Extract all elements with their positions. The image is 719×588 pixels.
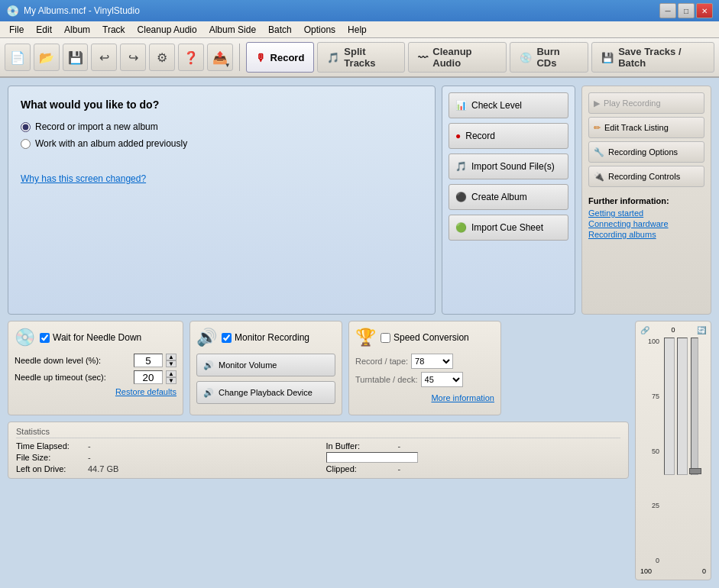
monitor-volume-icon: 🔊	[203, 360, 214, 370]
tab-split-tracks[interactable]: 🎵 Split Tracks	[317, 42, 405, 73]
needle-down-spinner: ▲ ▼	[166, 354, 177, 367]
getting-started-link[interactable]: Getting started	[588, 208, 704, 218]
import-cue-button[interactable]: 🟢 Import Cue Sheet	[449, 215, 568, 241]
menu-edit[interactable]: Edit	[30, 23, 58, 37]
menu-file[interactable]: File	[3, 23, 30, 37]
level-slider-track[interactable]	[691, 338, 698, 475]
level-slider-thumb[interactable]	[689, 468, 701, 474]
connecting-hardware-link[interactable]: Connecting hardware	[588, 219, 704, 228]
in-buffer-label: In Buffer:	[326, 441, 395, 451]
radio-new-album-input[interactable]	[21, 122, 31, 132]
undo-button[interactable]: ↩	[91, 44, 117, 71]
why-changed-link[interactable]: Why has this screen changed?	[21, 173, 146, 184]
export-button[interactable]: 📤▼	[207, 44, 233, 71]
import-sound-label: Import Sound File(s)	[471, 161, 555, 172]
meter-scale: 100 75 50 25 0	[648, 338, 661, 564]
time-elapsed-label: Time Elapsed:	[16, 441, 85, 451]
maximize-button[interactable]: □	[678, 3, 695, 18]
needle-panel-header: 💿 Wait for Needle Down	[15, 328, 177, 347]
tab-record[interactable]: 🎙 Record	[246, 42, 315, 73]
split-tracks-icon: 🎵	[327, 52, 339, 63]
needle-down-down[interactable]: ▼	[166, 360, 177, 367]
monitor-checkbox-label[interactable]: Monitor Recording	[222, 332, 309, 343]
import-cue-icon: 🟢	[455, 222, 467, 233]
check-level-icon: 📊	[455, 100, 467, 111]
file-size-value: -	[88, 453, 91, 462]
play-recording-label: Play Recording	[604, 99, 661, 108]
needle-timeout-row: Needle up timeout (sec): ▲ ▼	[15, 370, 177, 384]
recording-albums-link[interactable]: Recording albums	[588, 230, 704, 239]
menu-cleanup-audio[interactable]: Cleanup Audio	[131, 23, 203, 37]
menu-options[interactable]: Options	[298, 23, 342, 37]
menu-help[interactable]: Help	[342, 23, 373, 37]
speed-checkbox[interactable]	[381, 333, 390, 343]
save-tracks-icon: 💾	[601, 52, 614, 63]
recording-controls-button[interactable]: 🔌 Recording Controls	[588, 166, 704, 187]
needle-checkbox[interactable]	[40, 333, 50, 343]
change-playback-button[interactable]: 🔊 Change Playback Device	[196, 381, 335, 404]
play-icon: ▶	[594, 99, 600, 108]
recording-options-label: Recording Options	[608, 147, 678, 157]
statistics-title: Statistics	[16, 427, 620, 438]
help-button[interactable]: ❓	[178, 44, 204, 71]
tab-burn-cds[interactable]: 💿 Burn CDs	[510, 42, 588, 73]
bottom-left: 💿 Wait for Needle Down Needle down level…	[8, 321, 629, 580]
tab-save-tracks-batch[interactable]: 💾 Save Tracks / Batch	[591, 42, 714, 73]
menu-batch[interactable]: Batch	[262, 23, 298, 37]
save-tracks-label: Save Tracks / Batch	[618, 46, 704, 69]
restore-defaults-link[interactable]: Restore defaults	[15, 387, 177, 396]
tab-cleanup-audio[interactable]: 〰 Cleanup Audio	[408, 42, 507, 73]
create-album-icon: ⚫	[455, 192, 467, 202]
window-title: My Albums.mcf - VinylStudio	[24, 5, 655, 16]
needle-timeout-up[interactable]: ▲	[166, 370, 177, 377]
monitor-volume-label: Monitor Volume	[219, 360, 277, 370]
monitor-panel-header: 🔊 Monitor Recording	[196, 328, 335, 347]
radio-existing-album-input[interactable]	[21, 139, 31, 149]
record-button[interactable]: ● Record	[449, 123, 568, 149]
left-on-drive-value: 44.7 GB	[88, 464, 118, 473]
open-button[interactable]: 📂	[34, 44, 60, 71]
needle-down-input[interactable]	[137, 355, 160, 367]
more-info-link[interactable]: More information	[355, 393, 494, 402]
minimize-button[interactable]: ─	[659, 3, 676, 18]
radio-new-album[interactable]: Record or import a new album	[21, 121, 423, 132]
new-button[interactable]: 📄	[5, 44, 31, 71]
options-icon: 🔧	[594, 147, 604, 157]
menu-album-side[interactable]: Album Side	[203, 23, 262, 37]
redo-button[interactable]: ↪	[120, 44, 146, 71]
create-album-button[interactable]: ⚫ Create Album	[449, 184, 568, 210]
needle-timeout-input[interactable]	[137, 372, 160, 383]
settings-button[interactable]: ⚙	[149, 44, 175, 71]
recording-options-button[interactable]: 🔧 Recording Options	[588, 141, 704, 163]
needle-icon: 💿	[15, 328, 35, 347]
menu-track[interactable]: Track	[96, 23, 131, 37]
controls-icon: 🔌	[594, 172, 604, 182]
turntable-deck-select[interactable]: 45 33 78	[421, 372, 463, 387]
buffer-bar	[326, 452, 418, 463]
play-recording-button[interactable]: ▶ Play Recording	[588, 92, 704, 114]
record-tape-select[interactable]: 78 45 33	[411, 354, 453, 369]
meter-bottom-zero: 0	[702, 567, 706, 575]
monitor-volume-button[interactable]: 🔊 Monitor Volume	[196, 354, 335, 376]
check-level-button[interactable]: 📊 Check Level	[449, 92, 568, 118]
needle-timeout-spinner: ▲ ▼	[166, 370, 177, 384]
close-button[interactable]: ✕	[696, 3, 713, 18]
radio-existing-album[interactable]: Work with an album added previously	[21, 138, 423, 149]
needle-down-up[interactable]: ▲	[166, 354, 177, 360]
needle-timeout-down[interactable]: ▼	[166, 377, 177, 384]
toolbar-separator	[239, 44, 240, 71]
edit-track-listing-button[interactable]: ✏ Edit Track Listing	[588, 117, 704, 138]
save-button[interactable]: 💾	[63, 44, 89, 71]
buffer-bar-row	[326, 452, 621, 463]
top-section: What would you like to do? Record or imp…	[8, 86, 711, 315]
scale-75: 75	[648, 393, 659, 400]
monitor-checkbox[interactable]	[222, 333, 232, 343]
needle-down-label: Needle down level (%):	[15, 356, 131, 365]
needle-checkbox-label[interactable]: Wait for Needle Down	[40, 332, 141, 343]
import-sound-icon: 🎵	[455, 161, 467, 172]
menu-album[interactable]: Album	[58, 23, 96, 37]
import-cue-label: Import Cue Sheet	[471, 222, 543, 233]
speed-checkbox-label[interactable]: Speed Conversion	[381, 332, 469, 343]
import-sound-button[interactable]: 🎵 Import Sound File(s)	[449, 153, 568, 179]
action-panel: 📊 Check Level ● Record 🎵 Import Sound Fi…	[442, 86, 575, 315]
